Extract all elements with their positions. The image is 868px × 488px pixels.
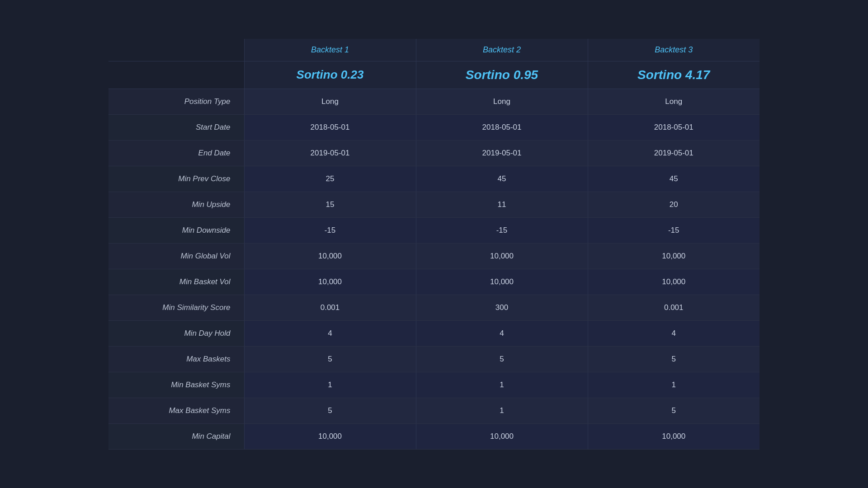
min-similarity-score-3: 0.001 bbox=[588, 295, 760, 320]
sortino-2-value: Sortino 0.95 bbox=[457, 59, 547, 91]
sortino-1-cell: Sortino 0.23 bbox=[244, 61, 416, 89]
min-upside-2: 11 bbox=[416, 192, 588, 217]
min-prev-close-2: 45 bbox=[416, 166, 588, 192]
end-date-row: End Date 2019-05-01 2019-05-01 2019-05-0… bbox=[108, 140, 760, 166]
end-date-2: 2019-05-01 bbox=[416, 140, 588, 166]
min-similarity-score-1: 0.001 bbox=[244, 295, 416, 320]
backtest-3-label: Backtest 3 bbox=[655, 45, 693, 54]
min-downside-3: -15 bbox=[588, 217, 760, 243]
min-day-hold-label: Min Day Hold bbox=[108, 320, 244, 346]
min-basket-syms-3: 1 bbox=[588, 372, 760, 398]
min-basket-syms-label: Min Basket Syms bbox=[108, 372, 244, 398]
end-date-3: 2019-05-01 bbox=[588, 140, 760, 166]
min-day-hold-2: 4 bbox=[416, 320, 588, 346]
min-similarity-score-row: Min Similarity Score 0.001 300 0.001 bbox=[108, 295, 760, 320]
min-similarity-score-2: 300 bbox=[416, 295, 588, 320]
min-basket-vol-row: Min Basket Vol 10,000 10,000 10,000 bbox=[108, 269, 760, 295]
sortino-2-cell: Sortino 0.95 bbox=[416, 61, 588, 89]
min-downside-row: Min Downside -15 -15 -15 bbox=[108, 217, 760, 243]
max-basket-syms-2: 1 bbox=[416, 398, 588, 423]
min-basket-syms-1: 1 bbox=[244, 372, 416, 398]
min-day-hold-3: 4 bbox=[588, 320, 760, 346]
max-baskets-label: Max Baskets bbox=[108, 346, 244, 372]
max-basket-syms-label: Max Basket Syms bbox=[108, 398, 244, 423]
sortino-1-value: Sortino 0.23 bbox=[288, 59, 373, 90]
max-basket-syms-1: 5 bbox=[244, 398, 416, 423]
min-global-vol-3: 10,000 bbox=[588, 243, 760, 269]
min-upside-label: Min Upside bbox=[108, 192, 244, 217]
start-date-3: 2018-05-01 bbox=[588, 114, 760, 140]
min-global-vol-2: 10,000 bbox=[416, 243, 588, 269]
position-type-1: Long bbox=[244, 89, 416, 114]
min-upside-3: 20 bbox=[588, 192, 760, 217]
min-upside-1: 15 bbox=[244, 192, 416, 217]
backtest-3-header: Backtest 3 bbox=[588, 39, 760, 61]
backtest-2-header: Backtest 2 bbox=[416, 39, 588, 61]
position-type-3: Long bbox=[588, 89, 760, 114]
start-date-2: 2018-05-01 bbox=[416, 114, 588, 140]
min-basket-vol-label: Min Basket Vol bbox=[108, 269, 244, 295]
min-global-vol-row: Min Global Vol 10,000 10,000 10,000 bbox=[108, 243, 760, 269]
position-type-2: Long bbox=[416, 89, 588, 114]
max-baskets-2: 5 bbox=[416, 346, 588, 372]
start-date-1: 2018-05-01 bbox=[244, 114, 416, 140]
end-date-1: 2019-05-01 bbox=[244, 140, 416, 166]
min-capital-1: 10,000 bbox=[244, 423, 416, 449]
min-basket-syms-2: 1 bbox=[416, 372, 588, 398]
backtest-2-label: Backtest 2 bbox=[483, 45, 521, 54]
backtest-1-header: Backtest 1 bbox=[244, 39, 416, 61]
min-global-vol-label: Min Global Vol bbox=[108, 243, 244, 269]
max-basket-syms-3: 5 bbox=[588, 398, 760, 423]
backtest-1-label: Backtest 1 bbox=[311, 45, 349, 54]
min-basket-vol-1: 10,000 bbox=[244, 269, 416, 295]
start-date-row: Start Date 2018-05-01 2018-05-01 2018-05… bbox=[108, 114, 760, 140]
position-type-label: Position Type bbox=[108, 89, 244, 114]
min-downside-2: -15 bbox=[416, 217, 588, 243]
min-prev-close-row: Min Prev Close 25 45 45 bbox=[108, 166, 760, 192]
corner-cell bbox=[108, 39, 244, 61]
min-basket-vol-2: 10,000 bbox=[416, 269, 588, 295]
start-date-label: Start Date bbox=[108, 114, 244, 140]
min-downside-1: -15 bbox=[244, 217, 416, 243]
max-basket-syms-row: Max Basket Syms 5 1 5 bbox=[108, 398, 760, 423]
backtest-label-row: Backtest 1 Backtest 2 Backtest 3 bbox=[108, 39, 760, 61]
sortino-row: Sortino 0.23 Sortino 0.95 Sortino 4.17 bbox=[108, 61, 760, 89]
min-capital-label: Min Capital bbox=[108, 423, 244, 449]
sortino-3-cell: Sortino 4.17 bbox=[588, 61, 760, 89]
comparison-table: Backtest 1 Backtest 2 Backtest 3 Sortino… bbox=[108, 39, 760, 450]
min-capital-2: 10,000 bbox=[416, 423, 588, 449]
min-similarity-score-label: Min Similarity Score bbox=[108, 295, 244, 320]
min-upside-row: Min Upside 15 11 20 bbox=[108, 192, 760, 217]
min-global-vol-1: 10,000 bbox=[244, 243, 416, 269]
min-capital-row: Min Capital 10,000 10,000 10,000 bbox=[108, 423, 760, 449]
sortino-3-value: Sortino 4.17 bbox=[628, 59, 719, 91]
min-basket-syms-row: Min Basket Syms 1 1 1 bbox=[108, 372, 760, 398]
min-basket-vol-3: 10,000 bbox=[588, 269, 760, 295]
min-prev-close-1: 25 bbox=[244, 166, 416, 192]
end-date-label: End Date bbox=[108, 140, 244, 166]
min-prev-close-3: 45 bbox=[588, 166, 760, 192]
max-baskets-3: 5 bbox=[588, 346, 760, 372]
min-prev-close-label: Min Prev Close bbox=[108, 166, 244, 192]
min-day-hold-1: 4 bbox=[244, 320, 416, 346]
position-type-row: Position Type Long Long Long bbox=[108, 89, 760, 114]
min-day-hold-row: Min Day Hold 4 4 4 bbox=[108, 320, 760, 346]
max-baskets-row: Max Baskets 5 5 5 bbox=[108, 346, 760, 372]
max-baskets-1: 5 bbox=[244, 346, 416, 372]
sortino-corner bbox=[108, 61, 244, 89]
min-capital-3: 10,000 bbox=[588, 423, 760, 449]
min-downside-label: Min Downside bbox=[108, 217, 244, 243]
